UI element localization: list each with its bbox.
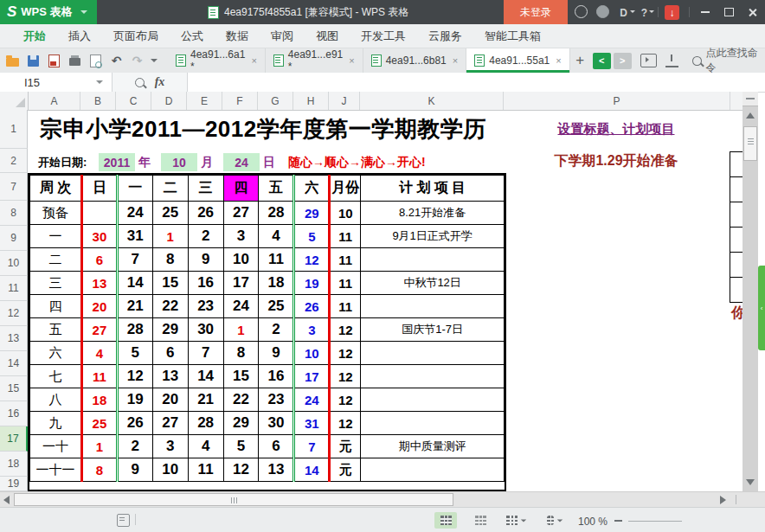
cell-weekday[interactable]: 27 <box>152 412 188 435</box>
cell-saturday[interactable]: 19 <box>294 272 330 295</box>
cell-weekday[interactable]: 16 <box>259 365 294 388</box>
close-tab-icon[interactable]: × <box>453 55 458 66</box>
cell-saturday[interactable]: 24 <box>294 388 330 412</box>
column-header-E[interactable]: E <box>187 92 222 110</box>
menu-item-开发工具[interactable]: 开发工具 <box>350 24 417 48</box>
cell-weekday[interactable]: 7 <box>117 248 152 272</box>
cell-plan[interactable]: 国庆节1-7日 <box>361 318 505 342</box>
cell-weekday[interactable]: 9 <box>117 458 152 482</box>
cell-weekday[interactable]: 19 <box>117 388 152 412</box>
column-header-B[interactable]: B <box>80 92 116 110</box>
cell-week-label[interactable]: 一十 <box>30 435 82 458</box>
cell-weekday[interactable]: 2 <box>259 318 294 342</box>
cell-weekday[interactable]: 11 <box>188 458 223 482</box>
cell-sheet-title[interactable]: 宗申小学2011—2012学年度第一学期教学历 <box>40 114 486 144</box>
find-command-box[interactable]: 点此查找命令 <box>692 46 765 75</box>
cell-weekday[interactable]: 30 <box>259 412 294 435</box>
menu-item-云服务[interactable]: 云服务 <box>417 24 473 48</box>
column-header-J[interactable]: J <box>329 92 360 110</box>
row-header-1[interactable]: 1 <box>0 110 28 149</box>
scroll-left-arrow[interactable] <box>3 496 10 504</box>
row-header-9[interactable]: 9 <box>0 226 28 251</box>
vertical-scrollbar[interactable] <box>742 92 758 491</box>
cell-week-label[interactable]: 三 <box>30 272 82 295</box>
cell-sunday[interactable]: 18 <box>81 388 117 412</box>
cell-week-label[interactable]: 二 <box>30 248 82 272</box>
cell-sunday[interactable]: 1 <box>81 435 117 458</box>
cell-weekday[interactable]: 4 <box>259 225 294 248</box>
clipped-cell[interactable] <box>730 152 742 177</box>
undo-button[interactable]: ↶ <box>109 54 124 68</box>
next-tab-button[interactable]: > <box>614 53 632 69</box>
cell-saturday[interactable]: 14 <box>294 458 330 482</box>
menu-item-视图[interactable]: 视图 <box>305 24 350 48</box>
row-header-19[interactable]: 19 <box>0 477 28 491</box>
cell-weekday[interactable]: 21 <box>188 388 223 412</box>
menu-item-智能工具箱[interactable]: 智能工具箱 <box>473 24 552 48</box>
row-header-17[interactable]: 17 <box>0 426 28 452</box>
cell-weekday[interactable]: 15 <box>152 272 188 295</box>
prev-tab-button[interactable]: < <box>593 53 611 69</box>
header-thursday[interactable]: 四 <box>223 176 259 202</box>
cell-saturday[interactable]: 17 <box>294 365 330 388</box>
cell-start-date-label[interactable]: 开始日期: <box>38 153 87 171</box>
header-friday[interactable]: 五 <box>259 176 294 202</box>
presentation-mode-icon[interactable] <box>640 54 657 67</box>
close-tab-icon[interactable]: × <box>251 55 256 66</box>
close-tab-icon[interactable]: × <box>349 55 354 66</box>
cell-sunday[interactable]: 20 <box>81 295 117 318</box>
document-tab[interactable]: 4ea91...e91 *× <box>266 48 363 73</box>
print-preview-button[interactable] <box>88 54 103 68</box>
cell-saturday[interactable]: 29 <box>294 202 330 225</box>
cell-next-term-note[interactable]: 下学期1.29开始准备 <box>503 152 730 170</box>
cell-weekday[interactable]: 13 <box>259 458 294 482</box>
header-wednesday[interactable]: 三 <box>188 176 223 202</box>
cell-month[interactable]: 元 <box>330 435 361 458</box>
cell-plan[interactable] <box>361 388 505 412</box>
cell-saturday[interactable]: 12 <box>294 248 330 272</box>
page-layout-view-button[interactable] <box>505 512 528 529</box>
cell-weekday[interactable]: 25 <box>152 202 188 225</box>
cell-plan[interactable]: 9月1日正式开学 <box>361 225 505 248</box>
cell-weekday[interactable]: 7 <box>188 342 223 365</box>
row-header-14[interactable]: 14 <box>0 351 28 376</box>
cell-month-unit[interactable]: 月 <box>201 153 213 171</box>
cell-saturday[interactable]: 3 <box>294 318 330 342</box>
cell-plan[interactable] <box>361 248 505 272</box>
cell-month-value[interactable]: 10 <box>161 153 197 171</box>
cell-weekday[interactable]: 29 <box>152 318 188 342</box>
split-handle[interactable] <box>742 92 758 106</box>
column-header-F[interactable]: F <box>222 92 258 110</box>
column-header-H[interactable]: H <box>293 92 329 110</box>
menu-item-开始[interactable]: 开始 <box>12 24 57 48</box>
cell-weekday[interactable]: 3 <box>223 225 259 248</box>
cell-sunday[interactable]: 11 <box>81 365 117 388</box>
refresh-circle-icon[interactable] <box>575 5 588 18</box>
cell-weekday[interactable]: 2 <box>117 435 152 458</box>
clipped-cell[interactable] <box>730 228 742 253</box>
cell-year-unit[interactable]: 年 <box>138 153 151 171</box>
document-tab[interactable]: 4ea91...55a1× <box>466 48 570 73</box>
cell-weekday[interactable]: 29 <box>223 412 259 435</box>
clipped-cell[interactable] <box>730 253 742 278</box>
cell-weekday[interactable]: 24 <box>223 295 259 318</box>
cell-week-label[interactable]: 八 <box>30 388 82 412</box>
cell-weekday[interactable]: 31 <box>117 225 152 248</box>
cell-day-unit[interactable]: 日 <box>263 153 275 171</box>
cell-weekday[interactable]: 20 <box>152 388 188 412</box>
cell-weekday[interactable]: 1 <box>223 318 259 342</box>
cell-weekday[interactable]: 1 <box>152 225 188 248</box>
cell-weekday[interactable]: 9 <box>259 342 294 365</box>
row-header-10[interactable]: 10 <box>0 251 28 276</box>
cell-week-label[interactable]: 四 <box>30 295 82 318</box>
cell-weekday[interactable]: 8 <box>223 342 259 365</box>
cell-weekday[interactable]: 5 <box>223 435 259 458</box>
save-button[interactable] <box>26 54 41 68</box>
cell-month[interactable]: 元 <box>330 458 361 482</box>
cell-month[interactable]: 12 <box>330 318 361 342</box>
document-tab[interactable]: 4ea91...6b81× <box>363 48 467 73</box>
scroll-up-arrow[interactable] <box>746 112 755 119</box>
cell-weekday[interactable]: 23 <box>188 295 223 318</box>
cell-month[interactable]: 12 <box>330 365 361 388</box>
maximize-button[interactable] <box>717 0 740 24</box>
